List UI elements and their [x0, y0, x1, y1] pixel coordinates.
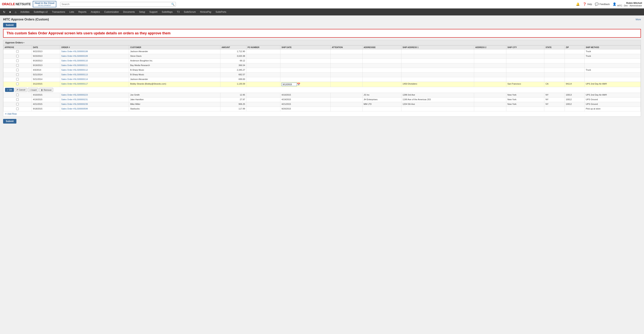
order-link[interactable]: Sales Order #SLS00000223: [61, 94, 88, 96]
attention-cell: [330, 102, 362, 107]
nav-support[interactable]: Support: [148, 9, 160, 15]
zip-cell: [564, 77, 584, 82]
po-cell: [246, 93, 280, 97]
insert-button[interactable]: + Insert: [28, 88, 38, 92]
order-link[interactable]: Sales Order #SLS00000112: [61, 69, 88, 71]
order-link[interactable]: Sales Order #SLS00000111: [61, 64, 88, 66]
approve-cell[interactable]: [4, 97, 32, 102]
attention-cell: [330, 97, 362, 102]
order-link[interactable]: Sales Order #SLS00000114: [61, 78, 88, 80]
order-cell[interactable]: Sales Order #SLS00000111: [60, 63, 129, 68]
approve-checkbox[interactable]: [16, 69, 19, 71]
approve-checkbox[interactable]: [16, 103, 19, 105]
order-cell[interactable]: Sales Order #SLS00000109: [60, 54, 129, 59]
feedback-button[interactable]: 💬 Feedback: [595, 2, 610, 6]
nav-activities[interactable]: Activities: [18, 9, 31, 15]
order-link[interactable]: Sales Order #SLS00000108: [61, 50, 88, 53]
approve-cell[interactable]: [4, 59, 32, 63]
order-cell[interactable]: Sales Order #SLS00000599: [60, 107, 129, 111]
nav-setup[interactable]: Setup: [137, 9, 147, 15]
addressee-cell: [362, 54, 401, 59]
order-cell[interactable]: Sales Order #SLS00000223: [60, 93, 129, 97]
nav-documents[interactable]: Documents: [121, 9, 137, 15]
amount-cell: 69.12: [220, 59, 246, 63]
help-button[interactable]: ❓ Help: [583, 2, 592, 6]
order-cell[interactable]: Sales Order #SLS00000114: [60, 77, 129, 82]
order-cell[interactable]: Sales Order #SLS00000112: [60, 68, 129, 73]
remove-button[interactable]: 🗑 Remove: [39, 88, 53, 92]
order-cell[interactable]: Sales Order #SLS00000117: [60, 82, 129, 87]
approve-checkbox[interactable]: [16, 108, 19, 110]
nav-nvoicepay[interactable]: NVoicePay: [198, 9, 213, 15]
approve-cell[interactable]: [4, 73, 32, 77]
nav-suiteports[interactable]: SuitePorts: [214, 9, 228, 15]
approve-checkbox[interactable]: [16, 83, 19, 85]
notifications-button[interactable]: 🔔: [576, 2, 580, 6]
order-link[interactable]: Sales Order #SLS00000599: [61, 108, 88, 110]
address2-cell: [474, 68, 506, 73]
nav-suitemaps[interactable]: SuiteMaps: [160, 9, 175, 15]
ship-address1-cell: [401, 59, 474, 63]
approve-checkbox[interactable]: [16, 55, 19, 57]
approve-cell[interactable]: [4, 93, 32, 97]
approve-cell[interactable]: [4, 77, 32, 82]
nav-t3[interactable]: T3: [175, 9, 182, 15]
date-cell: 9/19/2013: [32, 59, 60, 63]
approve-cell[interactable]: [4, 102, 32, 107]
cancel-button[interactable]: ✗ Cancel: [15, 88, 27, 92]
ship-date-input[interactable]: [282, 83, 297, 86]
approve-checkbox[interactable]: [16, 73, 19, 76]
nav-customization[interactable]: Customization: [102, 9, 121, 15]
approve-cell[interactable]: [4, 54, 32, 59]
order-cell[interactable]: Sales Order #SLS00000231: [60, 97, 129, 102]
state-cell: NY: [544, 93, 564, 97]
add-row-button[interactable]: + Add Row: [3, 111, 641, 116]
more-link[interactable]: More: [636, 18, 641, 21]
search-input[interactable]: [62, 3, 171, 6]
approve-cell[interactable]: [4, 68, 32, 73]
nav-analytics[interactable]: Analytics: [89, 9, 102, 15]
ship-date-cell[interactable]: 📅: [280, 82, 330, 87]
order-link[interactable]: Sales Order #SLS00000239: [61, 103, 88, 105]
approve-cell[interactable]: [4, 82, 32, 87]
approve-checkbox[interactable]: [16, 94, 19, 96]
user-menu[interactable]: 👤 Robin Mitchell HITC - Dev - Administra…: [612, 2, 642, 7]
star-icon[interactable]: ★: [7, 9, 13, 15]
po-cell: [246, 49, 280, 54]
order-link[interactable]: Sales Order #SLS00000113: [61, 73, 88, 76]
nav-reports[interactable]: Reports: [76, 9, 88, 15]
addressee-cell: JH Enterprises: [362, 97, 401, 102]
nav-suitemaps2[interactable]: SuiteMaps v2: [32, 9, 50, 15]
customer-cell: Bobby Strands (Bobby@Strands.com): [129, 82, 220, 87]
approve-cell[interactable]: [4, 63, 32, 68]
home-icon[interactable]: ↻: [2, 9, 7, 15]
nav-transactions[interactable]: Transactions: [50, 9, 67, 15]
order-link[interactable]: Sales Order #SLS00000117: [61, 83, 88, 85]
customer-cell: Starbucks: [129, 107, 220, 111]
submit-button-bottom[interactable]: Submit: [3, 119, 16, 124]
order-cell[interactable]: Sales Order #SLS00000113: [60, 73, 129, 77]
approve-cell[interactable]: [4, 49, 32, 54]
po-cell: [246, 77, 280, 82]
order-cell[interactable]: Sales Order #SLS00000110: [60, 59, 129, 63]
approve-checkbox[interactable]: [16, 50, 19, 53]
order-link[interactable]: Sales Order #SLS00000231: [61, 98, 88, 101]
submit-button-top[interactable]: Submit: [3, 23, 16, 27]
approve-checkbox[interactable]: [16, 78, 19, 81]
order-cell[interactable]: Sales Order #SLS00000239: [60, 102, 129, 107]
search-bar[interactable]: 🔍: [60, 2, 176, 7]
order-cell[interactable]: Sales Order #SLS00000108: [60, 49, 129, 54]
approve-cell[interactable]: [4, 107, 32, 111]
nav-suitescrum[interactable]: SuiteScrum: [182, 9, 198, 15]
ok-button[interactable]: ✓ OK: [5, 88, 14, 92]
col-zip: ZIP: [564, 46, 584, 49]
approve-checkbox[interactable]: [16, 98, 19, 101]
approve-checkbox[interactable]: [16, 64, 19, 67]
calendar-icon[interactable]: 📅: [297, 83, 300, 86]
user-info: Robin Mitchell HITC - Dev - Administrato…: [617, 2, 642, 7]
order-link[interactable]: Sales Order #SLS00000109: [61, 55, 88, 57]
order-link[interactable]: Sales Order #SLS00000110: [61, 59, 88, 62]
approve-checkbox[interactable]: [16, 59, 19, 62]
house-icon[interactable]: ⌂: [13, 9, 18, 15]
nav-lists[interactable]: Lists: [68, 9, 76, 15]
